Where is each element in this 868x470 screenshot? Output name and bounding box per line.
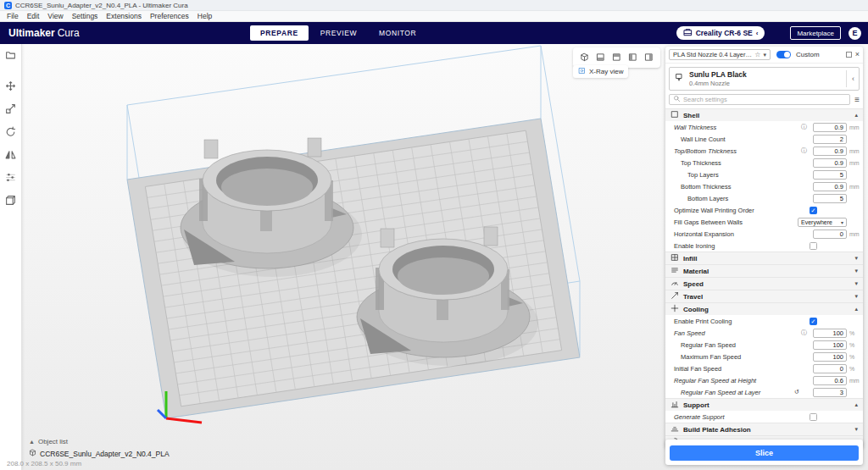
- profile-name: PLA Std Nozzle 0.4 Layer ...: [673, 51, 752, 58]
- setting-value-input[interactable]: 100: [813, 340, 847, 350]
- custom-toggle[interactable]: [776, 51, 791, 58]
- section-support[interactable]: Support ▴: [665, 398, 863, 411]
- setting-dropdown[interactable]: Everywhere▾: [798, 218, 847, 227]
- section-shell[interactable]: Shell ▴: [665, 108, 863, 121]
- setting-label: Wall Line Count: [665, 135, 793, 143]
- view-top-button[interactable]: [612, 50, 621, 65]
- chevron-icon: ▴: [854, 401, 858, 408]
- setting-label: Top/Bottom Thickness: [665, 147, 793, 155]
- setting-initial-fan-speed: Initial Fan Speed 0 %: [665, 362, 863, 374]
- setting-value-input[interactable]: 2: [813, 135, 847, 144]
- section-material[interactable]: Material ▾: [665, 264, 863, 277]
- setting-regular-fan-speed: Regular Fan Speed 100 %: [665, 339, 863, 351]
- setting-value-input[interactable]: 0: [813, 364, 847, 373]
- menu-view[interactable]: View: [43, 12, 67, 20]
- material-selector[interactable]: Sunlu PLA Black 0.4mm Nozzle ‹: [669, 67, 860, 91]
- account-avatar[interactable]: E: [849, 27, 861, 40]
- tab-prepare[interactable]: PREPARE: [250, 25, 309, 41]
- info-icon[interactable]: ⓘ: [800, 329, 808, 337]
- setting-bottom-thickness: Bottom Thickness 0.9 mm: [665, 180, 863, 192]
- section-infill[interactable]: Infill ▾: [665, 252, 863, 264]
- section-label: Shell: [683, 112, 699, 119]
- setting-checkbox[interactable]: ✓: [810, 207, 817, 214]
- filter-menu-icon[interactable]: ≡: [854, 95, 860, 104]
- section-build-plate-adhesion[interactable]: Build Plate Adhesion ▾: [665, 423, 863, 435]
- print-settings-panel: PLA Std Nozzle 0.4 Layer ... ☆ ▾ Custom …: [665, 47, 863, 448]
- setting-enable-ironing: Enable Ironing: [665, 240, 863, 252]
- collapse-panel-icon[interactable]: ‹: [846, 70, 854, 87]
- tab-preview[interactable]: PREVIEW: [310, 25, 367, 41]
- marketplace-button[interactable]: Marketplace: [790, 26, 841, 40]
- menu-settings[interactable]: Settings: [68, 12, 103, 20]
- object-list-item[interactable]: CCR6SE_Sunlu_Adapter_v2_N0.4_PLA: [29, 449, 170, 458]
- star-icon[interactable]: ☆: [754, 51, 760, 58]
- menu-extensions[interactable]: Extensions: [102, 12, 146, 20]
- info-icon[interactable]: ⓘ: [800, 123, 808, 131]
- search-input[interactable]: Search settings: [669, 94, 850, 105]
- printer-icon: [683, 28, 693, 39]
- search-placeholder: Search settings: [683, 96, 727, 103]
- rotate-button[interactable]: [4, 126, 18, 139]
- menu-file[interactable]: File: [3, 12, 23, 20]
- move-button[interactable]: [4, 80, 18, 93]
- printer-selector[interactable]: Creality CR-6 SE ‹: [676, 26, 765, 40]
- dock-icon[interactable]: [846, 52, 852, 58]
- setting-horizontal-expansion: Horizontal Expansion 0 mm: [665, 228, 863, 240]
- section-travel[interactable]: Travel ▾: [665, 290, 863, 302]
- setting-wall-thickness: Wall Thickness ⓘ 0.9 mm: [665, 121, 863, 133]
- setting-value-input[interactable]: 0.9: [813, 158, 847, 168]
- setting-checkbox[interactable]: [810, 413, 817, 421]
- support-blocker-button[interactable]: [4, 195, 18, 207]
- setting-value-input[interactable]: 0.6: [813, 376, 847, 385]
- setting-value-input[interactable]: 100: [813, 329, 847, 338]
- stage-tabs: PREPAREPREVIEWMONITOR: [250, 22, 426, 44]
- section-speed[interactable]: Speed ▾: [665, 277, 863, 290]
- menu-preferences[interactable]: Preferences: [146, 12, 193, 20]
- setting-value-input[interactable]: 0.9: [813, 182, 847, 191]
- open-file-icon: [5, 48, 16, 64]
- menu-help[interactable]: Help: [193, 12, 216, 20]
- profile-dropdown[interactable]: PLA Std Nozzle 0.4 Layer ... ☆ ▾: [669, 49, 771, 60]
- view-left-button[interactable]: [628, 50, 637, 65]
- reset-icon[interactable]: ↺: [793, 389, 800, 395]
- object-list-toggle[interactable]: ▲ Object list: [29, 438, 170, 445]
- info-icon[interactable]: ⓘ: [800, 147, 808, 155]
- open-file-button[interactable]: [4, 49, 18, 62]
- view-right-button[interactable]: [644, 50, 654, 65]
- setting-top-bottom-thickness: Top/Bottom Thickness ⓘ 0.9 mm: [665, 145, 863, 157]
- slice-button[interactable]: Slice: [670, 445, 859, 461]
- menu-edit[interactable]: Edit: [23, 12, 44, 20]
- material-icon: [670, 266, 679, 276]
- section-cooling[interactable]: Cooling ▴: [665, 302, 863, 315]
- chevron-icon: ▾: [854, 280, 858, 287]
- view-front-button[interactable]: [596, 50, 605, 65]
- setting-label: Regular Fan Speed: [665, 341, 793, 349]
- view-3d-button[interactable]: [580, 50, 589, 65]
- setting-value-input[interactable]: 5: [813, 194, 847, 203]
- app-header: UltimakerCura PREPAREPREVIEWMONITOR Crea…: [0, 22, 868, 44]
- search-icon: [673, 95, 681, 104]
- setting-value-input[interactable]: 3: [813, 388, 847, 397]
- mirror-button[interactable]: [4, 149, 18, 162]
- main-area: X-Ray view ▲ Object list CCR6SE_Sunlu_Ad…: [0, 44, 868, 470]
- section-label: Infill: [683, 255, 697, 263]
- menu-bar: FileEditViewSettingsExtensionsPreference…: [0, 11, 868, 22]
- view-right-icon: [644, 50, 654, 65]
- setting-value-input[interactable]: 0.9: [813, 123, 847, 132]
- close-icon[interactable]: ×: [855, 52, 860, 58]
- scale-button[interactable]: [4, 103, 18, 116]
- section-label: Travel: [683, 293, 703, 301]
- setting-value-input[interactable]: 100: [813, 352, 847, 362]
- tab-monitor[interactable]: MONITOR: [369, 25, 426, 41]
- chevron-down-icon: ▾: [763, 52, 766, 58]
- setting-value-input[interactable]: 0: [813, 229, 847, 239]
- object-list-title: Object list: [38, 438, 68, 445]
- setting-unit: mm: [847, 160, 859, 166]
- setting-checkbox[interactable]: ✓: [810, 318, 817, 325]
- setting-value-input[interactable]: 0.9: [813, 147, 847, 156]
- per-model-settings-button[interactable]: [4, 172, 18, 185]
- setting-value-input[interactable]: 5: [813, 170, 847, 180]
- setting-checkbox[interactable]: [810, 242, 817, 250]
- view-mode-dropdown[interactable]: X-Ray view: [573, 65, 628, 78]
- model-name: CCR6SE_Sunlu_Adapter_v2_N0.4_PLA: [40, 450, 170, 458]
